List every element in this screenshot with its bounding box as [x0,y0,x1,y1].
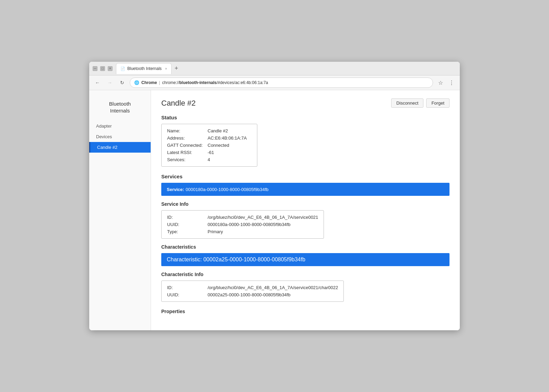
back-button[interactable]: ← [93,78,102,87]
title-bar: ─ □ × 📄 Bluetooth Internals × + [89,62,460,75]
address-url-bold: bluetooth-internals [179,80,217,85]
address-scheme: chrome:// [162,80,179,85]
address-brand: Chrome [141,80,157,85]
sidebar-nav: Adapter Devices Candle #2 [89,121,151,153]
status-gatt-row: GATT Connected: Connected [167,143,252,148]
service-uuid-value: 0000180a-0000-1000-8000-00805f9b34fb [208,222,290,227]
service-id-value: /org/bluez/hci0/dev_AC_E6_4B_06_1A_7A/se… [208,215,318,220]
sidebar-title: BluetoothInternals [89,97,151,121]
lock-icon: 🌐 [134,80,139,85]
char-id-value: /org/bluez/hci0/dev_AC_E6_4B_06_1A_7A/se… [208,285,338,290]
content-area: BluetoothInternals Adapter Devices Candl… [89,90,460,330]
status-gatt-value: Connected [208,143,229,148]
char-uuid-label: UUID: [167,292,205,297]
status-address-row: Address: AC:E6:4B:06:1A:7A [167,135,252,141]
status-info-box: Name: Candle #2 Address: AC:E6:4B:06:1A:… [161,124,257,167]
service-info-title: Service Info [161,201,449,207]
status-rssi-label: Latest RSSI: [167,150,205,155]
address-url-rest: /#devices/ac:e6:4b:06:1a:7a [217,80,268,85]
window-controls: ─ □ × [93,66,113,71]
characteristic-info-box: ID: /org/bluez/hci0/dev_AC_E6_4B_06_1A_7… [161,281,344,302]
status-gatt-label: GATT Connected: [167,143,205,148]
service-type-row: Type: Primary [167,229,318,234]
new-tab-button[interactable]: + [172,64,181,73]
status-name-value: Candle #2 [208,128,228,133]
tab-bar: 📄 Bluetooth Internals × + [116,63,456,74]
nav-bar: ← → ↻ 🌐 Chrome | chrome://bluetooth-inte… [89,75,460,90]
service-type-label: Type: [167,229,205,234]
characteristics-title: Characteristics [161,244,449,250]
tab-icon: 📄 [120,67,125,71]
status-name-label: Name: [167,128,205,133]
status-address-value: AC:E6:4B:06:1A:7A [208,135,247,141]
menu-button[interactable]: ⋮ [447,78,456,87]
status-rssi-value: -61 [208,150,214,155]
tab-title: Bluetooth Internals [127,66,162,71]
nav-actions: ☆ ⋮ [436,78,456,87]
char-uuid-row: UUID: 00002a25-0000-1000-8000-00805f9b34… [167,292,338,297]
service-uuid-label: UUID: [167,222,205,227]
char-uuid-value: 00002a25-0000-1000-8000-00805f9b34fb [208,292,290,297]
address-bar[interactable]: 🌐 Chrome | chrome://bluetooth-internals/… [130,78,433,88]
minimize-button[interactable]: ─ [93,66,97,71]
status-address-label: Address: [167,135,205,141]
forward-button[interactable]: → [105,78,115,87]
disconnect-button[interactable]: Disconnect [391,98,423,108]
characteristic-header[interactable]: Characteristic: 00002a25-0000-1000-8000-… [161,253,449,266]
char-id-label: ID: [167,285,205,290]
characteristic-uuid: 00002a25-0000-1000-8000-00805f9b34fb [203,257,305,262]
service-info-box: ID: /org/bluez/hci0/dev_AC_E6_4B_06_1A_7… [161,210,324,239]
status-name-row: Name: Candle #2 [167,128,252,133]
service-type-value: Primary [208,229,223,234]
service-header[interactable]: Service: 0000180a-0000-1000-8000-00805f9… [161,183,449,196]
service-uuid: 0000180a-0000-1000-8000-00805f9b34fb [186,187,268,192]
status-services-label: Services: [167,157,205,162]
device-header: Candle #2 Disconnect Forget [161,98,449,108]
bookmark-button[interactable]: ☆ [436,78,445,87]
active-tab[interactable]: 📄 Bluetooth Internals × [116,63,172,74]
address-separator: | [159,80,160,85]
tab-close-icon[interactable]: × [165,67,167,71]
close-button[interactable]: × [108,66,113,71]
characteristic-label: Characteristic: [167,257,202,262]
service-id-row: ID: /org/bluez/hci0/dev_AC_E6_4B_06_1A_7… [167,215,318,220]
status-services-row: Services: 4 [167,157,252,162]
sidebar-item-adapter[interactable]: Adapter [89,121,151,131]
main-content: Candle #2 Disconnect Forget Status Name:… [151,90,460,330]
status-rssi-row: Latest RSSI: -61 [167,150,252,155]
service-id-label: ID: [167,215,205,220]
browser-window: ─ □ × 📄 Bluetooth Internals × + ← → ↻ 🌐 … [89,62,460,330]
service-uuid-row: UUID: 0000180a-0000-1000-8000-00805f9b34… [167,222,318,227]
sidebar-item-devices[interactable]: Devices [89,131,151,142]
properties-title: Properties [161,309,449,314]
sidebar: BluetoothInternals Adapter Devices Candl… [89,90,151,330]
status-services-value: 4 [208,157,210,162]
reload-button[interactable]: ↻ [117,78,127,87]
device-actions: Disconnect Forget [391,98,449,108]
forget-button[interactable]: Forget [426,98,449,108]
services-section-title: Services [161,174,449,179]
address-url: chrome://bluetooth-internals/#devices/ac… [162,80,268,85]
maximize-button[interactable]: □ [100,66,105,71]
device-title: Candle #2 [161,99,196,108]
service-label: Service: [167,187,184,192]
sidebar-item-candle2[interactable]: Candle #2 [89,142,151,153]
char-id-row: ID: /org/bluez/hci0/dev_AC_E6_4B_06_1A_7… [167,285,338,290]
characteristic-info-title: Characteristic Info [161,272,449,277]
status-section-title: Status [161,115,449,120]
